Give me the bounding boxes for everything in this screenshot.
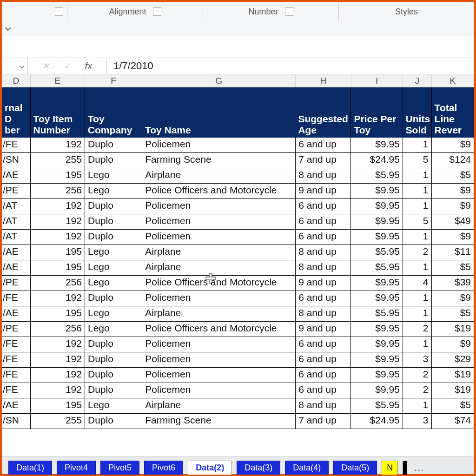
enter-icon[interactable]: ✓ xyxy=(64,61,71,71)
cell[interactable]: Policemen xyxy=(142,199,296,214)
cell[interactable]: /PE xyxy=(2,322,31,337)
cell[interactable]: 7 and up xyxy=(296,414,351,429)
cell[interactable]: 6 and up xyxy=(296,230,351,245)
cell[interactable]: 1 xyxy=(403,199,432,214)
col-header-D[interactable]: D xyxy=(2,74,31,87)
cell[interactable]: Duplo xyxy=(85,352,142,367)
cell[interactable]: 1 xyxy=(403,168,432,183)
cell[interactable]: Policemen xyxy=(142,368,296,383)
cell[interactable]: /AE xyxy=(2,306,31,321)
cell[interactable]: /AE xyxy=(2,398,31,413)
cell[interactable]: $74 xyxy=(432,414,474,429)
cell[interactable]: 8 and up xyxy=(296,245,351,260)
cell[interactable]: 3 xyxy=(403,352,432,367)
name-box[interactable] xyxy=(2,58,28,74)
cell[interactable]: Policemen xyxy=(142,214,296,229)
cell[interactable]: 2 xyxy=(403,322,432,337)
cell[interactable]: 192 xyxy=(31,291,85,306)
cell[interactable]: $9.95 xyxy=(351,322,403,337)
cancel-icon[interactable]: ✕ xyxy=(42,61,49,71)
cell[interactable]: 7 and up xyxy=(296,153,351,168)
cell[interactable]: $9.95 xyxy=(351,352,403,367)
cell[interactable]: 192 xyxy=(31,199,85,214)
cell[interactable]: 4 xyxy=(403,276,432,291)
cell[interactable]: 1 xyxy=(403,398,432,413)
cell[interactable]: 192 xyxy=(31,214,85,229)
cell[interactable]: 9 and up xyxy=(296,322,351,337)
cell[interactable]: /PE xyxy=(2,276,31,291)
cell[interactable]: Police Officers and Motorcycle xyxy=(142,322,296,337)
cell[interactable]: $9.95 xyxy=(351,383,403,398)
sheet-tab[interactable]: Data(4) xyxy=(285,461,329,475)
cell[interactable]: 2 xyxy=(403,383,432,398)
cell[interactable]: 195 xyxy=(31,398,85,413)
cell[interactable]: 192 xyxy=(31,352,85,367)
fx-icon[interactable]: fx xyxy=(85,61,93,72)
cell[interactable]: $49 xyxy=(432,214,474,229)
cell[interactable]: Duplo xyxy=(85,230,142,245)
sheet-tab[interactable]: Data(2) xyxy=(188,461,232,475)
cell[interactable]: Duplo xyxy=(85,153,142,168)
cell[interactable]: $9.95 xyxy=(351,276,403,291)
th-suggested-age[interactable]: Suggested Age xyxy=(295,87,351,138)
cell[interactable]: $5.95 xyxy=(351,168,403,183)
cell[interactable]: 1 xyxy=(403,306,432,321)
cell[interactable]: $9 xyxy=(432,199,474,214)
cell[interactable]: 1 xyxy=(403,337,432,352)
dialog-launcher-icon[interactable] xyxy=(55,7,63,16)
col-header-H[interactable]: H xyxy=(296,74,351,87)
cell[interactable]: 6 and up xyxy=(296,138,351,152)
cell[interactable]: $9 xyxy=(432,291,474,306)
cell[interactable]: 256 xyxy=(31,276,85,291)
cell[interactable]: Farming Scene xyxy=(142,414,296,429)
cell[interactable]: 1 xyxy=(403,138,432,152)
cell[interactable]: $9.95 xyxy=(351,291,403,306)
col-header-J[interactable]: J xyxy=(403,74,432,87)
col-header-E[interactable]: E xyxy=(31,74,85,87)
cell[interactable]: 2 xyxy=(403,368,432,383)
cell[interactable]: Policemen xyxy=(142,138,296,152)
cell[interactable]: Airplane xyxy=(142,306,296,321)
cell[interactable]: $5.95 xyxy=(351,245,403,260)
cell[interactable]: 195 xyxy=(31,306,85,321)
cell[interactable]: /AT xyxy=(2,214,31,229)
cell[interactable]: $9 xyxy=(432,337,474,352)
sheet-tab[interactable]: Data(5) xyxy=(333,461,377,475)
cell[interactable]: Duplo xyxy=(85,414,142,429)
cell[interactable]: 9 and up xyxy=(296,276,351,291)
cell[interactable]: /SN xyxy=(2,153,31,168)
cell[interactable]: /SN xyxy=(2,414,31,429)
cell[interactable]: 2 xyxy=(403,245,432,260)
cell[interactable]: /AE xyxy=(2,168,31,183)
cell[interactable]: 6 and up xyxy=(296,337,351,352)
th-price-per-toy[interactable]: Price Per Toy xyxy=(351,87,403,138)
cell[interactable]: Duplo xyxy=(85,291,142,306)
th-toy-item-number[interactable]: Toy Item Number xyxy=(31,87,85,138)
cell[interactable]: 192 xyxy=(31,230,85,245)
cell[interactable]: /FE xyxy=(2,383,31,398)
cell[interactable]: $19 xyxy=(432,383,474,398)
cell[interactable]: 9 and up xyxy=(296,184,351,198)
cell[interactable]: 1 xyxy=(403,291,432,306)
sheet-tab[interactable]: Pivot5 xyxy=(100,461,139,475)
cell[interactable]: $9.95 xyxy=(351,199,403,214)
sheet-tab[interactable]: Data(3) xyxy=(237,461,280,475)
cell[interactable]: 8 and up xyxy=(296,398,351,413)
cell[interactable]: 1 xyxy=(403,260,432,275)
cell[interactable]: 255 xyxy=(31,153,85,168)
cell[interactable]: 255 xyxy=(31,414,85,429)
cell[interactable]: $5 xyxy=(432,306,474,321)
th-total-line-revenue[interactable]: Total Line Rever xyxy=(432,87,474,138)
cell[interactable]: 5 xyxy=(403,214,432,229)
th-toy-company[interactable]: Toy Company xyxy=(85,87,142,138)
cell[interactable]: Duplo xyxy=(85,199,142,214)
cell[interactable]: Policemen xyxy=(142,230,296,245)
cell[interactable]: 8 and up xyxy=(296,168,351,183)
cell[interactable]: Lego xyxy=(85,306,142,321)
cell[interactable]: Duplo xyxy=(85,383,142,398)
cell[interactable]: 5 xyxy=(403,153,432,168)
cell[interactable]: Duplo xyxy=(85,368,142,383)
cell[interactable]: Lego xyxy=(85,168,142,183)
cell[interactable]: 3 xyxy=(403,414,432,429)
cell[interactable]: 192 xyxy=(31,138,85,152)
